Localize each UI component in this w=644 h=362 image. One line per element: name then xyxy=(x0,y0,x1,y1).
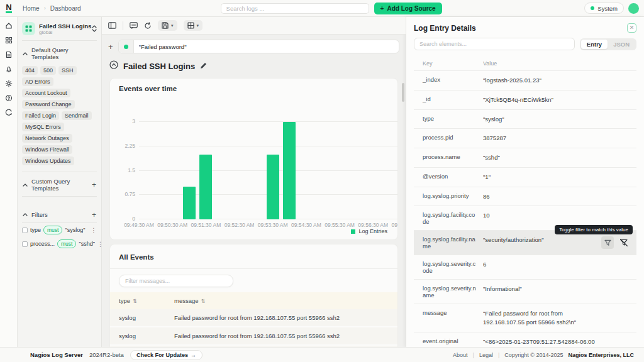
tab-entry[interactable]: Entry xyxy=(581,40,608,49)
collapse-circle-icon[interactable] xyxy=(109,60,118,72)
detail-key: @version xyxy=(423,173,483,180)
chart-bar[interactable] xyxy=(283,122,296,219)
filter-checkbox[interactable] xyxy=(22,228,28,233)
query-template-tag[interactable]: MySQL Errors xyxy=(22,123,64,131)
detail-row[interactable]: event.original "<86>2025-01-23T09:51:27.… xyxy=(414,332,636,347)
info-icon[interactable] xyxy=(5,109,13,116)
event-table-row[interactable]: syslog Failed password for root from 192… xyxy=(110,327,397,346)
detail-row[interactable]: log.syslog.facility.name "security/autho… xyxy=(414,230,636,255)
detail-row[interactable]: _index "logstash-2025.01.23" Toggle filt… xyxy=(414,70,636,90)
filter-item[interactable]: process... must "sshd" ⋮ xyxy=(22,237,97,251)
add-filter-button[interactable]: + xyxy=(92,212,96,218)
dashboards-icon[interactable] xyxy=(5,36,13,44)
default-templates-header[interactable]: Default Query Templates xyxy=(22,41,97,65)
detail-row[interactable]: log.syslog.severity.name "Informational"… xyxy=(414,279,636,304)
kebab-menu-icon[interactable]: ⋮ xyxy=(97,241,102,248)
chart-legend[interactable]: Log Entries xyxy=(351,228,387,234)
kebab-menu-icon[interactable]: ⋮ xyxy=(91,227,97,234)
check-updates-button[interactable]: Check For Updates → xyxy=(130,350,203,360)
home-icon[interactable] xyxy=(5,22,13,30)
filter-operator-pill[interactable]: must xyxy=(43,226,62,234)
query-input[interactable] xyxy=(134,40,399,53)
sort-type-icon[interactable]: ⇅ xyxy=(133,298,137,304)
edit-pencil-icon[interactable] xyxy=(200,60,207,72)
breadcrumb: Home › Dashboard xyxy=(23,5,81,12)
query-template-tag[interactable]: Windows Updates xyxy=(22,156,74,165)
help-icon[interactable] xyxy=(5,94,13,102)
query-template-tag[interactable]: 500 xyxy=(40,66,56,75)
y-tick-label: 0 xyxy=(132,216,135,222)
event-table-row[interactable]: syslog Failed password for root from 192… xyxy=(110,309,397,327)
add-log-source-button[interactable]: + Add Log Source xyxy=(374,3,442,14)
add-custom-template-button[interactable]: + xyxy=(92,182,96,188)
detail-row[interactable]: type "syslog" Toggle filter to match thi… xyxy=(414,109,636,129)
plus-icon: + xyxy=(380,5,384,12)
tab-json[interactable]: JSON xyxy=(608,40,635,49)
event-table-row[interactable]: syslog Failed password for root from 192… xyxy=(110,346,397,347)
detail-row[interactable]: process.pid 3875287 Toggle filter to mat… xyxy=(414,128,636,148)
filters-header[interactable]: Filters + xyxy=(22,206,97,223)
filter-item[interactable]: type must "syslog" ⋮ xyxy=(22,223,97,237)
query-template-tag[interactable]: Windows Firewall xyxy=(22,145,72,154)
query-template-tag[interactable]: SSH xyxy=(58,66,77,75)
y-tick-label: 2.25 xyxy=(125,143,135,149)
reports-icon[interactable] xyxy=(5,51,13,58)
sort-message-icon[interactable]: ⇅ xyxy=(201,298,206,304)
row-actions: Toggle filter to match this value xyxy=(601,236,630,249)
query-template-tag[interactable]: Failed Login xyxy=(22,111,59,120)
detail-value: "1" xyxy=(483,173,628,182)
kv-header: Key Value xyxy=(414,57,636,70)
query-status-chip[interactable] xyxy=(119,40,134,53)
chart-bar[interactable] xyxy=(183,187,196,219)
query-template-tag[interactable]: Sendmail xyxy=(62,111,92,120)
detail-row[interactable]: process.name "sshd" Toggle filter to mat… xyxy=(414,148,636,167)
query-template-tag[interactable]: Network Outages xyxy=(22,134,72,143)
filter-exclude-button[interactable] xyxy=(618,236,630,249)
breadcrumb-home[interactable]: Home xyxy=(23,5,40,12)
search-elements-input[interactable] xyxy=(414,38,575,50)
x-tick-label: 09:49:30 AM xyxy=(124,222,154,228)
detail-row[interactable]: message "Failed password for root from 1… xyxy=(414,304,636,332)
chart-bar[interactable] xyxy=(267,155,279,219)
detail-value: "XjTck5QB4q-nECiWk5kn" xyxy=(483,96,628,104)
detail-row[interactable]: log.syslog.severity.code 6 Toggle filter… xyxy=(414,255,636,279)
detail-row[interactable]: @version "1" Toggle filter to match this… xyxy=(414,167,636,187)
toggle-sidebar-icon[interactable] xyxy=(108,22,116,29)
annotation-icon[interactable] xyxy=(130,22,138,29)
custom-templates-header[interactable]: Custom Query Templates + xyxy=(22,172,97,197)
chart-y-axis: 00.751.52.253 xyxy=(119,119,139,219)
footer: Nagios Log Server 2024R2-beta Check For … xyxy=(0,347,644,362)
breadcrumb-dashboard[interactable]: Dashboard xyxy=(50,5,81,12)
layout-menu-button[interactable]: ▾ xyxy=(184,20,203,31)
x-tick-label: 09:50:30 AM xyxy=(157,222,187,228)
system-status-pill[interactable]: System xyxy=(584,3,624,14)
query-template-tag[interactable]: Password Change xyxy=(22,100,75,109)
add-query-button[interactable]: + xyxy=(108,42,113,52)
settings-gear-icon[interactable] xyxy=(5,80,13,87)
global-search-input[interactable] xyxy=(221,3,369,14)
chevron-up-down-icon[interactable] xyxy=(92,25,97,32)
about-link[interactable]: About xyxy=(453,352,468,358)
legal-link[interactable]: Legal xyxy=(479,352,493,358)
save-menu-button[interactable]: ▾ xyxy=(158,20,177,31)
alerts-bell-icon[interactable] xyxy=(5,65,13,73)
dashboard-widget-icon xyxy=(22,22,35,35)
close-icon[interactable]: ✕ xyxy=(627,23,636,33)
scrollbar-thumb[interactable] xyxy=(402,83,404,102)
refresh-icon[interactable] xyxy=(144,22,152,30)
dashboard-selector[interactable]: Failed SSH Logins global xyxy=(22,22,97,41)
query-template-tag[interactable]: Account Lockout xyxy=(22,89,70,97)
detail-row[interactable]: _id "XjTck5QB4q-nECiWk5kn" Toggle filter… xyxy=(414,90,636,109)
query-template-tag[interactable]: 404 xyxy=(22,66,38,75)
filter-field: type xyxy=(30,227,41,233)
filter-match-button[interactable] xyxy=(601,236,614,249)
y-tick-label: 3 xyxy=(132,118,135,124)
chart-bar[interactable] xyxy=(199,155,212,219)
query-template-tag[interactable]: AD Errors xyxy=(22,77,53,86)
detail-row[interactable]: log.syslog.priority 86 Toggle filter to … xyxy=(414,187,636,206)
filter-operator-pill[interactable]: must xyxy=(57,239,76,248)
filter-checkbox[interactable] xyxy=(22,241,28,247)
user-avatar[interactable] xyxy=(628,3,639,14)
filter-messages-input[interactable] xyxy=(119,275,233,287)
chevron-down-icon: ▾ xyxy=(171,23,174,28)
